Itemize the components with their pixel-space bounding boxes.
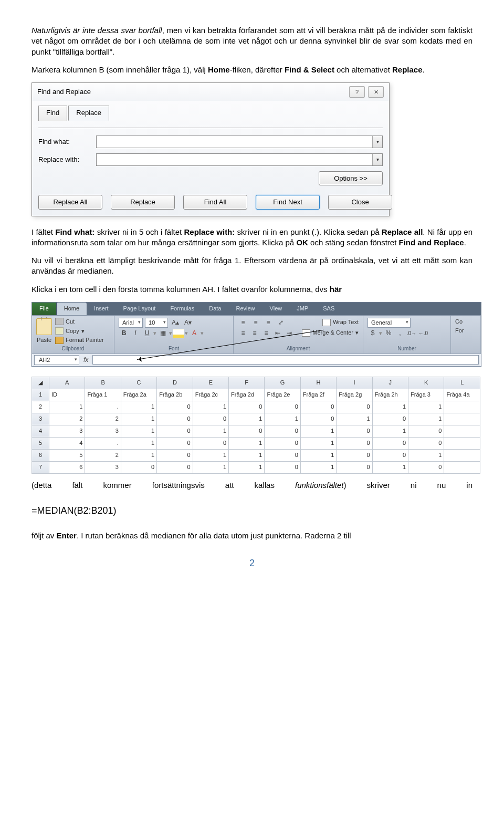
cell[interactable]: 1 — [229, 413, 265, 425]
cell[interactable]: . — [85, 401, 121, 413]
cell[interactable]: 0 — [193, 413, 228, 425]
cell[interactable]: Fråga 2f — [300, 389, 336, 401]
cell[interactable]: 1 — [337, 413, 372, 425]
cell[interactable]: 1 — [121, 449, 156, 461]
find-what-input[interactable] — [97, 136, 372, 148]
cell[interactable]: 1 — [265, 413, 300, 425]
cell[interactable]: 0 — [157, 437, 193, 449]
cell[interactable]: 1 — [229, 449, 265, 461]
cell[interactable]: 1 — [372, 461, 408, 473]
ribbon-tab-view[interactable]: View — [262, 303, 290, 315]
cell[interactable]: 0 — [372, 413, 408, 425]
ribbon-tab-data[interactable]: Data — [202, 303, 228, 315]
row-1[interactable]: 1 — [32, 389, 49, 401]
replace-with-field[interactable]: ▾ — [96, 153, 383, 166]
formula-bar[interactable] — [92, 355, 479, 365]
orientation-button[interactable]: ⤢ — [276, 318, 286, 327]
cell[interactable]: 1 — [372, 401, 408, 413]
cell[interactable]: 0 — [408, 437, 444, 449]
col-H[interactable]: H — [300, 377, 336, 389]
cell[interactable]: 0 — [337, 425, 372, 437]
find-next-button[interactable]: Find Next — [256, 195, 320, 210]
ribbon-tab-sas[interactable]: SAS — [316, 303, 342, 315]
cell[interactable]: 0 — [265, 437, 300, 449]
indent-decrease-button[interactable]: ⇤ — [272, 328, 283, 338]
ribbon-tab-insert[interactable]: Insert — [87, 303, 116, 315]
cell[interactable]: 2 — [85, 449, 121, 461]
cell[interactable]: 1 — [193, 449, 228, 461]
dialog-close-button[interactable]: Close — [328, 195, 392, 210]
cell[interactable]: 3 — [85, 425, 121, 437]
italic-button[interactable]: I — [130, 329, 141, 338]
cell[interactable] — [444, 461, 480, 473]
col-D[interactable]: D — [157, 377, 193, 389]
cell[interactable]: 1 — [121, 425, 156, 437]
cell[interactable]: Fråga 3 — [408, 389, 444, 401]
increase-decimal-button[interactable]: .0→ — [406, 329, 417, 338]
cell[interactable]: 1 — [193, 461, 228, 473]
cell[interactable]: 0 — [265, 449, 300, 461]
ribbon-tab-formulas[interactable]: Formulas — [163, 303, 202, 315]
cell[interactable] — [444, 449, 480, 461]
align-right-button[interactable]: ≡ — [261, 328, 271, 338]
col-C[interactable]: C — [121, 377, 156, 389]
col-I[interactable]: I — [337, 377, 372, 389]
bold-button[interactable]: B — [119, 329, 129, 338]
number-format-select[interactable]: General — [368, 318, 411, 328]
cell[interactable]: 1 — [229, 461, 265, 473]
cell[interactable]: 2 — [49, 413, 85, 425]
cut-button[interactable]: Cut — [55, 318, 104, 326]
cell[interactable]: 0 — [300, 413, 336, 425]
cell[interactable]: Fråga 2b — [157, 389, 193, 401]
shrink-font-button[interactable]: A▾ — [183, 318, 193, 327]
replace-all-button[interactable]: Replace All — [38, 195, 102, 210]
align-top-button[interactable]: ≡ — [238, 318, 248, 327]
cell[interactable]: 5 — [49, 449, 85, 461]
cell[interactable]: ID — [49, 389, 85, 401]
decrease-decimal-button[interactable]: ←.0 — [418, 329, 428, 338]
cell[interactable]: 1 — [300, 461, 336, 473]
find-what-dropdown[interactable]: ▾ — [372, 136, 382, 148]
cell[interactable] — [444, 413, 480, 425]
cell[interactable]: 0 — [157, 425, 193, 437]
font-name-select[interactable]: Arial — [119, 318, 143, 328]
cell[interactable]: 4 — [49, 437, 85, 449]
cell[interactable]: Fråga 2e — [265, 389, 300, 401]
replace-with-input[interactable] — [97, 154, 372, 165]
col-A[interactable]: A — [49, 377, 85, 389]
cell[interactable]: Fråga 2d — [229, 389, 265, 401]
replace-with-dropdown[interactable]: ▾ — [372, 154, 382, 165]
cell[interactable]: 0 — [229, 401, 265, 413]
cell[interactable]: 0 — [157, 401, 193, 413]
ribbon-tab-jmp[interactable]: JMP — [289, 303, 316, 315]
cell[interactable]: 0 — [229, 425, 265, 437]
col-L[interactable]: L — [444, 377, 480, 389]
cell[interactable]: 0 — [337, 401, 372, 413]
cell[interactable]: 1 — [121, 401, 156, 413]
cell[interactable]: Fråga 2a — [121, 389, 156, 401]
cell[interactable]: 0 — [157, 461, 193, 473]
cell[interactable]: 1 — [408, 449, 444, 461]
find-what-field[interactable]: ▾ — [96, 136, 383, 148]
row-header[interactable]: 2 — [32, 401, 49, 413]
paste-icon[interactable] — [36, 318, 52, 335]
fx-icon[interactable]: fx — [83, 356, 88, 364]
cell[interactable]: 0 — [337, 461, 372, 473]
percent-button[interactable]: % — [383, 329, 394, 338]
grow-font-button[interactable]: A▴ — [170, 318, 181, 327]
align-left-button[interactable]: ≡ — [238, 328, 248, 338]
cell[interactable]: 0 — [408, 461, 444, 473]
cell[interactable]: 3 — [85, 461, 121, 473]
wrap-text-button[interactable]: Wrap Text — [322, 318, 359, 326]
row-header[interactable]: 3 — [32, 413, 49, 425]
options-button[interactable]: Options >> — [319, 171, 383, 186]
cell[interactable]: 0 — [193, 437, 228, 449]
cell[interactable]: 0 — [265, 401, 300, 413]
cell[interactable]: 1 — [229, 437, 265, 449]
ribbon-tab-review[interactable]: Review — [228, 303, 262, 315]
cell[interactable]: Fråga 4a — [444, 389, 480, 401]
cell[interactable]: 6 — [49, 461, 85, 473]
row-header[interactable]: 4 — [32, 425, 49, 437]
col-K[interactable]: K — [408, 377, 444, 389]
name-box[interactable]: AH2 — [34, 355, 79, 365]
